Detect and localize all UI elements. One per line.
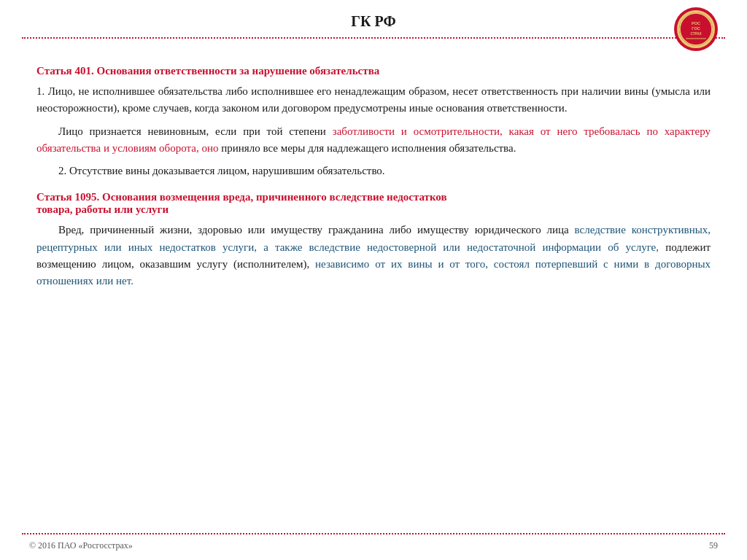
- page: ГК РФ РОС ГОС СТРАХ: [0, 0, 747, 560]
- svg-text:РОС: РОС: [692, 21, 700, 26]
- svg-text:ГОС: ГОС: [692, 26, 700, 31]
- logo-area: РОС ГОС СТРАХ: [674, 7, 718, 51]
- company-logo: РОС ГОС СТРАХ: [674, 7, 718, 51]
- article-401-para1: 1. Лицо, не исполнившее обязательства ли…: [36, 83, 711, 117]
- logo-inner: РОС ГОС СТРАХ: [677, 10, 715, 48]
- article-1095-para1: Вред, причиненный жизни, здоровью или им…: [36, 222, 711, 289]
- article-401-para2: Лицо признается невиновным, если при той…: [36, 123, 711, 158]
- main-content: Статья 401. Основания ответственности за…: [0, 39, 747, 533]
- header: ГК РФ РОС ГОС СТРАХ: [0, 0, 747, 37]
- footer: © 2016 ПАО «Росгосстрах» 59: [0, 534, 747, 560]
- svg-text:СТРАХ: СТРАХ: [690, 32, 702, 36]
- article-401-para3: 2. Отсутствие вины доказывается лицом, н…: [36, 163, 711, 179]
- article-1095: Статья 1095. Основания возмещения вреда,…: [36, 191, 711, 289]
- article-1095-title: Статья 1095. Основания возмещения вреда,…: [36, 191, 711, 216]
- logo-svg: РОС ГОС СТРАХ: [679, 11, 713, 47]
- page-number: 59: [709, 540, 718, 551]
- article-401: Статья 401. Основания ответственности за…: [36, 65, 711, 179]
- footer-copyright: © 2016 ПАО «Росгосстрах»: [29, 540, 133, 551]
- article-401-title: Статья 401. Основания ответственности за…: [36, 65, 711, 77]
- page-title: ГК РФ: [351, 13, 395, 30]
